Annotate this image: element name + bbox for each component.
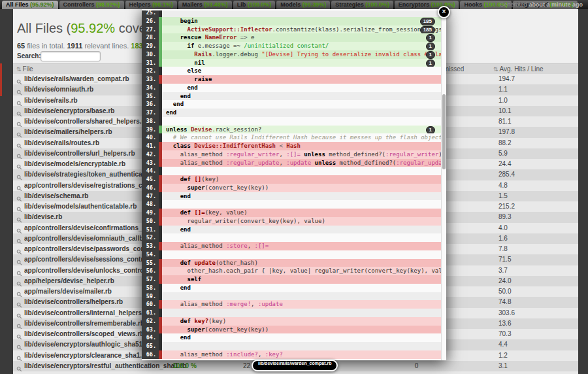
generated-prefix: Generated [499,1,529,8]
hits-badge: 1 [426,60,435,67]
avg-hits-per-line: 89.3 [498,213,511,220]
tab-percent: (93.48%) [203,1,228,8]
line-number: 38. [142,117,159,126]
avg-hits-per-line: 4.4 [498,341,508,348]
tab-label: Helpers [129,1,151,8]
modal-scrollbar-thumb[interactable] [442,94,446,169]
code-line: 30. Rails.logger.debug "[Devise] Trying … [142,50,442,59]
files-count: 65 [17,42,25,50]
code-text: self [162,275,442,284]
line-number: 33. [142,75,159,84]
tab-percent: (100.0%) [364,1,389,8]
magnifier-icon [16,214,22,220]
tab-mailers[interactable]: Mailers (93.48%) [178,1,232,9]
code-text [162,200,442,209]
magnifier-icon [16,320,22,326]
line-number: 32. [142,67,159,75]
code-text: end [162,84,442,92]
magnifier-icon [16,118,22,124]
code-text: def []=(key, value) [162,209,442,217]
column-header-avg-hits[interactable]: ⇅Avg. Hits / Line [493,65,544,73]
left-edge-red-sliver [0,63,2,96]
line-number: 40. [142,133,159,142]
tab-percent: (100.0%) [246,1,271,8]
code-text: def update(other_hash) [162,259,442,267]
code-text [162,309,442,317]
tab-label: Controllers [63,1,95,8]
avg-hits-per-line: 3.1 [498,362,508,369]
file-name: lib/devise/controllers/scoped_views.rb [24,330,144,337]
magnifier-icon [16,267,22,273]
file-name: lib/devise/rails.rb [24,97,78,104]
code-line: 26. begin185 [142,17,442,26]
code-line: 34. end [142,84,442,92]
tab-helpers[interactable]: Helpers (98.1%) [125,1,177,9]
code-text: Rails.logger.debug "[Devise] Trying to d… [162,50,442,59]
code-text: else [162,67,442,75]
tab-lib[interactable]: Lib (100.0%) [233,1,276,9]
magnifier-icon [16,352,22,358]
magnifier-icon [16,140,22,146]
column-header-file[interactable]: ⇅File [16,65,33,73]
close-icon[interactable]: × [438,6,450,18]
code-text [162,117,442,126]
relevant-count: 1911 [67,42,82,50]
code-line: 48. [142,200,442,209]
file-name: lib/devise.rb [24,213,62,220]
line-number: 30. [142,50,159,59]
line-number: 44. [142,167,159,175]
magnifier-icon [16,235,22,241]
code-text: # We cannot use Rails Indifferent Hash b… [162,133,442,142]
title-percent: 95.92% [71,21,115,35]
code-text: alias_method :merge!, :update [162,300,442,309]
code-text: rescue NameError => e [162,33,442,42]
search-input[interactable] [41,51,101,61]
code-text [162,342,442,350]
code-line: 33. raise [142,75,442,84]
magnifier-icon [16,129,22,135]
table-row[interactable] [13,371,578,374]
file-name: lib/devise/mailers/helpers.rb [24,128,112,135]
code-line: 56. other_hash.each_pair { |key, value| … [142,267,442,275]
code-line: 55. def update(other_hash) [142,259,442,267]
line-number: 62. [142,317,159,326]
file-name: lib/devise/models/encryptable.rb [24,160,125,167]
magnifier-icon [16,171,22,177]
magnifier-icon [16,161,22,167]
code-text: regular_writer(convert_key(key), value) [162,217,442,226]
line-number: 65. [142,342,159,350]
avg-hits-per-line: 1.0 [498,97,508,104]
code-listing: 25.26. begin18527. ActiveSupport::Inflec… [142,10,442,359]
line-number: 47. [142,192,159,201]
magnifier-icon [16,108,22,114]
code-line: 45. def [](key) [142,175,442,184]
file-name: lib/devise/models/authenticatable.rb [24,203,137,210]
magnifier-icon [16,310,22,316]
tab-encryptors[interactable]: Encryptors (100.0%) [395,1,459,9]
avg-hits-per-line: 71.5 [498,256,511,263]
code-line: 36. end [142,100,442,109]
tab-all-files[interactable]: All Files (95.92%) [2,1,58,9]
line-number: 63. [142,326,159,334]
avg-hits-per-line: 215.2 [498,203,515,210]
tab-strategies[interactable]: Strategies (100.0%) [331,1,393,9]
file-name: lib/devise/controllers/shared_helpers.rb [24,118,148,125]
code-line: 31. nil1 [142,59,442,67]
code-text [162,167,442,175]
line-number: 64. [142,333,159,342]
code-line: 28. rescue NameError => e1 [142,33,442,42]
avg-hits-per-line: 1.6 [498,235,508,242]
code-line: 60. alias_method :merge!, :update [142,300,442,309]
avg-hits-per-line: 4.8 [498,182,508,189]
line-number: 58. [142,284,159,292]
tab-controllers[interactable]: Controllers (98.92%) [59,1,124,9]
tab-models[interactable]: Models (99.39%) [276,1,330,9]
magnifier-icon [16,150,22,156]
file-name: app/helpers/devise_helper.rb [24,277,114,284]
tab-label: Models [280,1,301,8]
line-number: 41. [142,142,159,150]
code-line: 25. [142,10,442,17]
code-text: def key?(key) [162,317,442,326]
code-text: unless Devise.rack_session? [162,126,442,134]
percent-covered: 100.0 % [163,362,206,369]
